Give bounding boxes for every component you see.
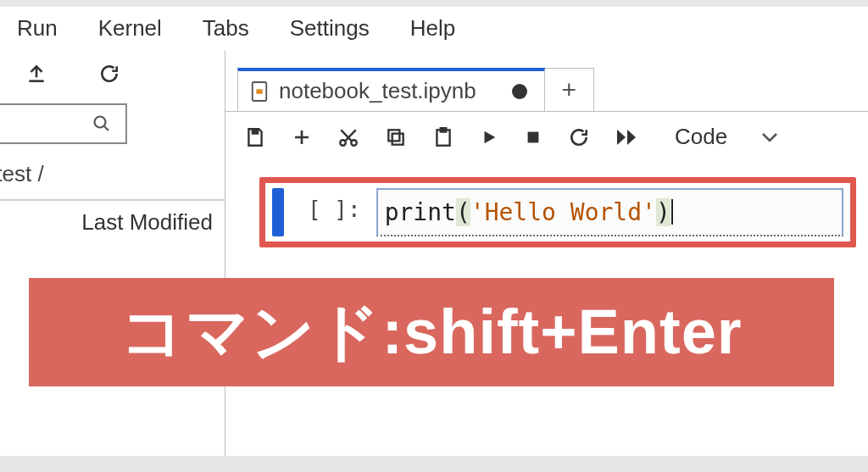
code-token-string: 'Hello World'	[470, 198, 656, 226]
cell-prompt: [ ]:	[294, 188, 366, 236]
run-icon[interactable]	[480, 128, 498, 147]
save-icon[interactable]	[244, 126, 266, 148]
svg-rect-9	[441, 128, 447, 131]
unsaved-indicator-icon	[512, 84, 527, 99]
highlighted-cell: [ ]: print('Hello World')	[259, 177, 856, 247]
svg-point-5	[351, 140, 357, 146]
menu-bar: Run Kernel Tabs Settings Help	[0, 7, 868, 51]
menu-tabs[interactable]: Tabs	[203, 15, 249, 42]
svg-rect-2	[256, 89, 262, 94]
restart-icon[interactable]	[568, 126, 590, 148]
svg-rect-3	[252, 129, 259, 135]
jupyterlab-window: Run Kernel Tabs Settings Help ne	[0, 7, 868, 456]
text-cursor	[671, 199, 673, 225]
run-all-icon[interactable]	[615, 128, 641, 147]
new-tab-button[interactable]: +	[545, 68, 594, 111]
cut-icon[interactable]	[337, 126, 359, 148]
code-token-rparen: )	[656, 198, 670, 226]
notebook-panel: notebook_test.ipynb +	[225, 51, 868, 456]
notebook-toolbar: Code	[225, 111, 868, 162]
caption-overlay: コマンド:shift+Enter	[29, 278, 834, 386]
tab-notebook-test[interactable]: notebook_test.ipynb	[237, 68, 545, 111]
caption-text: コマンド:shift+Enter	[120, 297, 742, 367]
svg-point-0	[95, 117, 106, 128]
stop-icon[interactable]	[524, 128, 542, 147]
upload-icon[interactable]	[25, 63, 47, 85]
copy-icon[interactable]	[385, 126, 407, 148]
filter-input[interactable]: ne	[0, 103, 127, 144]
refresh-icon[interactable]	[98, 63, 120, 85]
code-token-lparen: (	[456, 198, 470, 226]
menu-kernel[interactable]: Kernel	[98, 15, 162, 42]
cell-type-select[interactable]: Code	[675, 124, 778, 150]
search-icon	[92, 114, 112, 134]
code-input[interactable]: print('Hello World')	[376, 188, 843, 236]
column-header-last-modified: Last Modified	[81, 201, 225, 236]
breadcrumb[interactable]: ebook_test /	[0, 153, 225, 201]
svg-point-4	[340, 140, 346, 146]
svg-rect-7	[388, 130, 399, 141]
paste-icon[interactable]	[432, 126, 454, 148]
svg-rect-6	[392, 133, 403, 144]
file-browser-sidebar: ne ebook_test / Last Modified	[0, 51, 225, 456]
add-cell-icon[interactable]	[292, 127, 312, 147]
svg-rect-10	[528, 131, 539, 142]
code-token-function: print	[385, 198, 456, 226]
cell-type-label: Code	[675, 124, 727, 150]
notebook-icon	[250, 81, 269, 103]
menu-settings[interactable]: Settings	[290, 15, 370, 42]
tab-label: notebook_test.ipynb	[279, 78, 476, 104]
menu-run[interactable]: Run	[17, 15, 58, 42]
chevron-down-icon	[761, 131, 778, 143]
cell-active-indicator	[272, 188, 284, 236]
menu-help[interactable]: Help	[410, 15, 455, 42]
tab-bar: notebook_test.ipynb +	[225, 51, 868, 111]
